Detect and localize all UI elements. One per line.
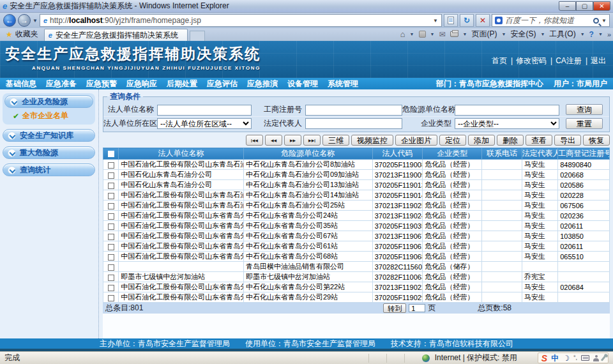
search-dropdown-icon[interactable]: ▼ xyxy=(602,18,607,24)
sidebar-item-city-enterprise-list[interactable]: ✔ 全市企业名单 xyxy=(4,108,93,122)
toolbar-button[interactable]: 删除 xyxy=(497,135,524,146)
table-row[interactable]: 中国石油化工股份有限公司山东省青岛分公司 中石化山东省青岛分公司67站 3702… xyxy=(103,231,610,241)
menu-item[interactable]: 设备管理 xyxy=(287,79,318,89)
print-dropdown-icon[interactable]: ▼ xyxy=(463,32,467,36)
table-row[interactable]: 中国石油化工股份有限公司山东青岛石油分公司 中石化山东青岛石油分公司14加油站 … xyxy=(103,190,610,201)
help-icon[interactable]: ? xyxy=(589,30,594,39)
row-checkbox[interactable] xyxy=(108,254,114,261)
ime-fullwidth-icon[interactable]: ☽ xyxy=(563,354,570,362)
menu-item[interactable]: 应急预警 xyxy=(86,79,117,89)
search-button[interactable]: 查询 xyxy=(566,104,603,115)
refresh-button[interactable]: ↻ xyxy=(460,14,474,27)
toolbar-button[interactable]: 导出 xyxy=(554,135,581,146)
search-box[interactable]: ▼ xyxy=(492,14,610,27)
back-button[interactable]: ← xyxy=(3,14,16,27)
maximize-button[interactable]: ▢ xyxy=(576,1,593,11)
record-nav-button[interactable]: ▶▶ xyxy=(284,135,301,146)
table-row[interactable]: 中国石油化工股份有限公司山东省青岛分公司 中石化山东省青岛分公司68站 3702… xyxy=(103,252,610,262)
feeds-icon[interactable] xyxy=(419,31,426,38)
favorites-button[interactable]: ★ 收藏夹 xyxy=(2,29,44,41)
table-row[interactable]: 中国石化山东青岛石油分公司 中石化山东青岛石油分公司13加油站 370205F1… xyxy=(103,180,610,190)
url-field[interactable]: e http://localhost:90/yjzh/frame/homepag… xyxy=(40,14,442,27)
url-dropdown-icon[interactable]: ▼ xyxy=(433,18,438,24)
row-checkbox[interactable] xyxy=(108,264,114,271)
search-input[interactable] xyxy=(505,16,591,25)
home-dropdown-icon[interactable]: ▼ xyxy=(410,32,414,36)
new-tab-button[interactable] xyxy=(190,31,205,41)
menu-item[interactable]: 基础信息 xyxy=(6,79,36,89)
rep-input[interactable] xyxy=(305,118,402,129)
record-nav-button[interactable]: ▶▶| xyxy=(303,135,321,146)
page-number-input[interactable] xyxy=(409,304,425,312)
menu-item[interactable]: 应急推演 xyxy=(247,79,278,89)
corp-name-input[interactable] xyxy=(157,105,252,116)
row-checkbox[interactable] xyxy=(108,213,114,220)
forward-button[interactable]: → xyxy=(18,14,31,27)
mail-icon[interactable]: ✉ xyxy=(439,30,445,39)
row-checkbox[interactable] xyxy=(108,203,114,209)
header-link[interactable]: 修改密码 xyxy=(509,56,549,66)
safety-menu[interactable]: 安全(S) xyxy=(510,29,536,40)
table-row[interactable]: 中国石油化工股份有限公司山东省青岛分公司 中石化山东省青岛分公司24站 3702… xyxy=(103,211,610,221)
row-checkbox[interactable] xyxy=(108,244,114,250)
record-nav-button[interactable]: |◀◀ xyxy=(246,135,263,146)
header-link[interactable]: CA注册 xyxy=(549,56,584,66)
row-checkbox[interactable] xyxy=(108,295,114,301)
table-row[interactable]: 中国石油化工股份有限公司山东省青岛分公司 中石化山东省青岛分公司第22站 370… xyxy=(103,282,610,292)
toolbar-button[interactable]: 三维 xyxy=(322,135,349,146)
sidebar-item-major-hazard[interactable]: 重大危险源 xyxy=(3,146,95,159)
tools-menu[interactable]: 工具(O) xyxy=(549,29,575,40)
region-select[interactable]: --法人单位所在区域-- xyxy=(157,118,252,129)
sidebar-item-knowledge-base[interactable]: 安全生产知识库 xyxy=(3,129,95,142)
table-row[interactable]: 中国石油化工股份有限公司山东青岛石油分公司 中石化山东青岛石油分公司8加油站 3… xyxy=(103,160,610,170)
feeds-dropdown-icon[interactable]: ▼ xyxy=(430,32,435,36)
table-row[interactable]: 中国石化山东青岛石油分公司 中石化山东青岛石油分公司09加油站 370213F1… xyxy=(103,170,610,180)
menu-item[interactable]: 应急响应 xyxy=(126,79,157,89)
overflow-icon[interactable]: » xyxy=(607,31,611,38)
select-all-checkbox[interactable] xyxy=(108,151,114,157)
wrench-icon[interactable] xyxy=(601,354,607,361)
header-link[interactable]: 首页 xyxy=(490,56,509,66)
toolbar-button[interactable]: 恢复 xyxy=(583,135,610,146)
table-row[interactable]: 即墨市七级镇中岔河加油站 即墨市七级镇中岔河加油站 370282F110063 … xyxy=(103,272,610,282)
minimize-button[interactable]: – xyxy=(559,1,576,11)
table-row[interactable]: 中国石油化工股份有限公司山东省青岛分公司 中石化山东省青岛分公司35站 3702… xyxy=(103,221,610,231)
record-nav-button[interactable]: ◀◀ xyxy=(265,135,282,146)
row-checkbox[interactable] xyxy=(108,193,114,199)
sidebar-item-enterprise-hazard[interactable]: 企业及危险源 xyxy=(4,95,93,108)
toolbar-button[interactable]: 定位 xyxy=(439,135,466,146)
menu-item[interactable]: 应急准备 xyxy=(46,79,77,89)
row-checkbox[interactable] xyxy=(108,234,114,240)
sogou-icon[interactable]: S xyxy=(541,354,547,363)
print-icon[interactable] xyxy=(450,31,458,37)
toolbar-button[interactable]: 企业图片 xyxy=(395,135,437,146)
history-dropdown-icon[interactable]: ▼ xyxy=(33,18,38,24)
stop-button[interactable]: ✕ xyxy=(476,14,490,27)
user-icon[interactable] xyxy=(593,355,599,361)
ime-language-toggle[interactable]: 中 xyxy=(551,354,559,362)
hazard-name-input[interactable] xyxy=(455,105,559,116)
tab-active[interactable]: e 安全生产应急救援指挥辅助决策系统 xyxy=(44,29,188,41)
compatibility-button[interactable] xyxy=(444,14,458,27)
close-button[interactable]: ✕ xyxy=(593,1,610,11)
goto-page-button[interactable]: 转到 xyxy=(383,303,406,313)
menu-item[interactable]: 应急评估 xyxy=(207,79,238,89)
reg-no-input[interactable] xyxy=(305,105,402,116)
table-row[interactable]: 中国石油化工股份有限公司山东青岛石油分公司 中石化山东青岛石油分公司25站 37… xyxy=(103,201,610,211)
table-row[interactable]: 中国石油化工股份有限公司山东省青岛分公司 中石化山东省青岛分公司29站 3702… xyxy=(103,292,610,303)
table-row[interactable]: 中国石油化工股份有限公司山东省青岛分公司 中石化山东省青岛分公司61站 3702… xyxy=(103,241,610,252)
menu-item[interactable]: 系统管理 xyxy=(328,79,358,89)
home-icon[interactable]: ⌂ xyxy=(400,29,405,39)
toolbar-button[interactable]: 视频监控 xyxy=(351,135,393,146)
menu-item[interactable]: 后期处置 xyxy=(167,79,197,89)
search-icon[interactable] xyxy=(593,18,599,24)
toolbar-button[interactable]: 查看 xyxy=(526,135,552,146)
row-checkbox[interactable] xyxy=(108,285,114,291)
page-menu[interactable]: 页面(P) xyxy=(471,29,497,40)
header-link[interactable]: 退出 xyxy=(584,56,608,66)
sidebar-item-query-statistics[interactable]: 查询统计 xyxy=(3,163,95,176)
reset-button[interactable]: 重置 xyxy=(566,118,603,129)
row-checkbox[interactable] xyxy=(108,172,114,179)
type-select[interactable]: --企业类型-- xyxy=(455,118,559,129)
row-checkbox[interactable] xyxy=(108,224,114,230)
